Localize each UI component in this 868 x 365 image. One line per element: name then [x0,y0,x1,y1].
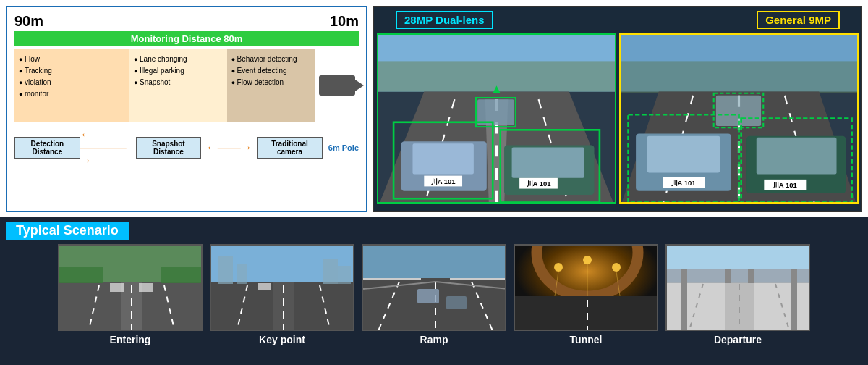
svg-rect-90 [667,246,810,269]
label-9mp: General 9MP [757,11,840,29]
svg-rect-21 [621,61,857,93]
camera-icon [319,75,355,96]
svg-rect-55 [237,264,247,284]
svg-text:川A 101: 川A 101 [430,177,456,185]
scenarios-row: Entering [6,244,862,345]
svg-rect-35 [757,138,837,175]
label-28mp: 28MP Dual-lens [396,11,493,29]
snapshot-distance-label: Snapshot Distance [136,137,202,159]
svg-rect-82 [667,267,810,283]
camera-view-28mp: 川A 101 川A 101 [377,33,616,204]
svg-rect-56 [323,259,338,284]
svg-rect-17 [512,148,584,178]
svg-text:川A 101: 川A 101 [772,181,798,189]
top-section: 90m 10m Monitoring Distance 80m Flow Tra… [0,0,868,217]
svg-rect-83 [681,267,687,331]
typical-label: Typical Scenario [6,222,129,240]
scenario-tunnel: Tunnel [514,244,658,345]
traditional-camera-label: Traditional camera [257,137,323,159]
thumb-keypoint [210,244,354,331]
svg-point-74 [583,256,592,264]
bottom-section: Typical Scenario [0,217,868,365]
svg-rect-86 [748,267,754,283]
thumb-entering [58,244,203,331]
pole-label: 6m Pole [328,143,359,152]
panel-labels: 28MP Dual-lens General 9MP [374,7,861,33]
svg-text:川A 101: 川A 101 [526,180,552,188]
svg-point-75 [612,263,621,272]
detection-distance-label: Detection Distance [14,137,80,159]
cameras-row: 川A 101 川A 101 [374,33,861,204]
bottom-labels: Detection Distance ←————→ Snapshot Dista… [14,125,359,167]
svg-rect-67 [446,296,467,309]
svg-text:川A 101: 川A 101 [671,179,697,187]
label-keypoint: Key point [259,334,305,345]
distance-labels: 90m 10m [14,13,359,30]
svg-rect-85 [725,267,731,283]
typical-header: Typical Scenario [6,222,862,240]
zone-camera [315,49,359,122]
label-tunnel: Tunnel [570,334,603,345]
svg-rect-57 [338,266,351,284]
svg-rect-12 [412,143,473,174]
svg-rect-84 [791,267,797,331]
thumb-ramp [362,244,506,331]
scenario-ramp: Ramp [362,244,506,345]
scenario-entering: Entering [58,244,203,345]
scenario-departure: Departure [665,244,810,345]
zone3-text: Behavior detecting Event detecting Flow … [231,54,297,88]
svg-point-73 [554,263,563,272]
thumb-departure [665,244,810,331]
thumb-tunnel [514,244,658,331]
svg-rect-58 [258,283,271,290]
arrow1: ←————→ [80,128,136,167]
svg-rect-44 [110,283,124,292]
label-departure: Departure [714,334,762,345]
detection-zones: Flow Tracking violation monitor Lane cha… [14,49,359,122]
zone2-text: Lane changing Illegal parking Snapshot [134,54,187,88]
zone1-text: Flow Tracking violation monitor [19,54,52,100]
zone-light: Lane changing Illegal parking Snapshot [129,49,227,122]
dist-left: 90m [14,13,43,30]
svg-rect-54 [218,256,233,284]
camera-view-9mp: 川A 101 川A 101 [619,33,859,204]
right-panel: 28MP Dual-lens General 9MP [373,6,862,212]
label-entering: Entering [110,334,151,345]
svg-rect-46 [59,267,103,283]
scenario-keypoint: Key point [210,244,354,345]
svg-rect-45 [139,283,153,292]
left-diagram: 90m 10m Monitoring Distance 80m Flow Tra… [6,6,367,212]
arrow2: ←——→ [201,141,257,154]
zone-orange: Flow Tracking violation monitor [14,49,129,122]
dist-right: 10m [330,13,359,30]
svg-rect-66 [417,289,439,303]
monitoring-bar: Monitoring Distance 80m [14,31,359,46]
label-ramp: Ramp [420,334,448,345]
svg-rect-47 [161,267,203,283]
main-container: 90m 10m Monitoring Distance 80m Flow Tra… [0,0,868,365]
zone-dark: Behavior detecting Event detecting Flow … [227,49,315,122]
svg-rect-30 [647,136,720,173]
